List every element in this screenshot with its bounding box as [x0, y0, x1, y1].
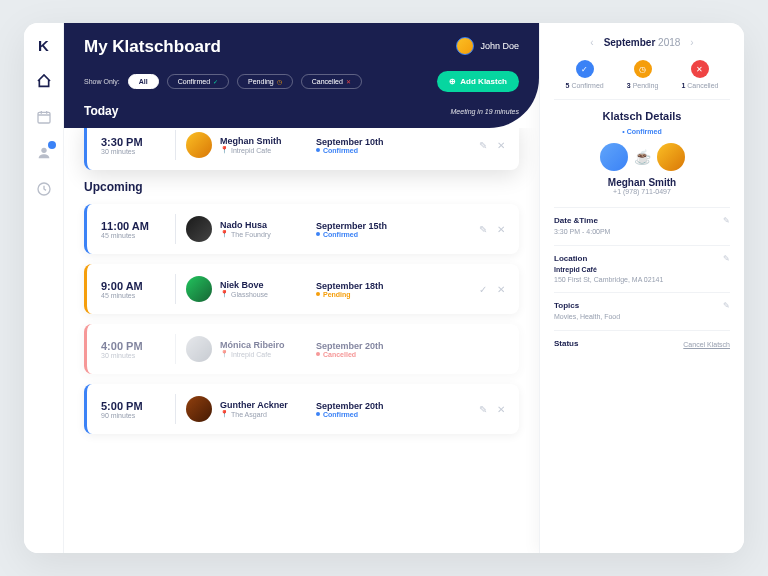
avatar: [657, 143, 685, 171]
edit-icon[interactable]: ✎: [479, 224, 487, 235]
user-menu[interactable]: John Doe: [456, 37, 519, 55]
upcoming-card[interactable]: 5:00 PM90 minutesGunther Ackner📍The Asga…: [84, 384, 519, 434]
pin-icon: 📍: [220, 410, 229, 418]
clock-icon: ◷: [634, 60, 652, 78]
svg-rect-0: [38, 112, 50, 123]
pin-icon: 📍: [220, 290, 229, 298]
avatar: [186, 396, 212, 422]
x-icon: ✕: [691, 60, 709, 78]
prev-month-icon[interactable]: ‹: [590, 37, 593, 48]
pin-icon: 📍: [220, 146, 229, 154]
upcoming-card[interactable]: 4:00 PM30 minutesMónica Ribeiro📍Intrepid…: [84, 324, 519, 374]
filter-pending[interactable]: Pending◷: [237, 74, 293, 89]
detail-title: Klatsch Details: [554, 110, 730, 122]
add-klatsch-button[interactable]: ⊕Add Klastch: [437, 71, 519, 92]
filter-confirmed[interactable]: Confirmed✓: [167, 74, 229, 89]
user-avatar: [456, 37, 474, 55]
avatar: [186, 276, 212, 302]
calendar-icon[interactable]: [35, 108, 53, 126]
detail-status: • Confirmed: [554, 128, 730, 135]
filter-cancelled[interactable]: Cancelled✕: [301, 74, 362, 89]
upcoming-heading: Upcoming: [84, 180, 519, 194]
logo: K: [38, 37, 49, 54]
avatar: [600, 143, 628, 171]
coffee-icon: ☕: [634, 149, 651, 165]
close-icon[interactable]: ✕: [497, 224, 505, 235]
avatar: [186, 132, 212, 158]
header: My Klatschboard John Doe Show Only: All …: [64, 23, 539, 128]
edit-icon[interactable]: ✎: [479, 404, 487, 415]
edit-icon[interactable]: ✎: [723, 216, 730, 225]
clock-icon[interactable]: [35, 180, 53, 198]
cancel-klatsch-link[interactable]: Cancel Klatsch: [683, 341, 730, 348]
today-card[interactable]: 3:30 PM30 minutes Meghan Smith📍Intrepid …: [84, 128, 519, 170]
close-icon[interactable]: ✕: [497, 284, 505, 295]
avatar: [186, 336, 212, 362]
edit-icon[interactable]: ✎: [723, 254, 730, 263]
details-panel: ‹ September 2018 › ✓5 Confirmed ◷3 Pendi…: [539, 23, 744, 553]
upcoming-card[interactable]: 11:00 AM45 minutesNado Husa📍The FoundryS…: [84, 204, 519, 254]
svg-point-1: [41, 148, 46, 153]
next-month-icon[interactable]: ›: [690, 37, 693, 48]
accept-icon[interactable]: ✓: [479, 284, 487, 295]
plus-icon: ⊕: [449, 77, 456, 86]
filter-label: Show Only:: [84, 78, 120, 85]
user-name: John Doe: [480, 41, 519, 51]
pin-icon: 📍: [220, 230, 229, 238]
edit-icon[interactable]: ✎: [479, 140, 487, 151]
close-icon[interactable]: ✕: [497, 404, 505, 415]
upcoming-card[interactable]: 9:00 AM45 minutesNiek Bove📍GlasshouseSep…: [84, 264, 519, 314]
today-heading: Today: [84, 104, 118, 118]
edit-icon[interactable]: ✎: [723, 301, 730, 310]
meeting-countdown: Meeting in 19 minutes: [451, 108, 519, 115]
close-icon[interactable]: ✕: [497, 140, 505, 151]
home-icon[interactable]: [35, 72, 53, 90]
avatar: [186, 216, 212, 242]
sidebar: K: [24, 23, 64, 553]
check-icon: ✓: [576, 60, 594, 78]
filter-all[interactable]: All: [128, 74, 159, 89]
people-icon[interactable]: [35, 144, 53, 162]
page-title: My Klatschboard: [84, 37, 221, 57]
pin-icon: 📍: [220, 350, 229, 358]
